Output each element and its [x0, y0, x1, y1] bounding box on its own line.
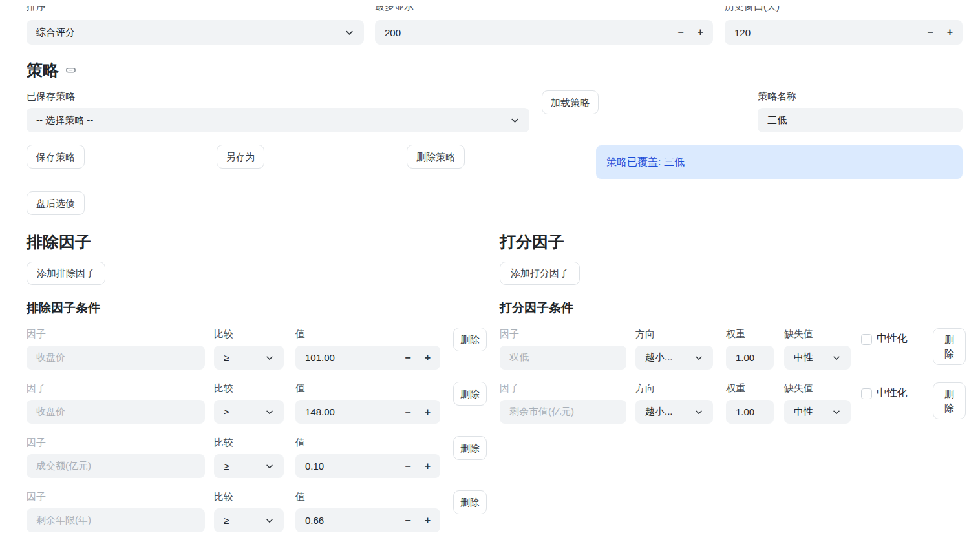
compare-select[interactable]: ≥ [214, 454, 284, 478]
scoring-row: 因子 双低 方向 越小... 权重 1.00 缺失值 中性 中性化 删除 [0, 326, 980, 380]
minus-icon[interactable]: − [405, 516, 410, 526]
factor-label: 因子 [500, 328, 519, 340]
strategy-name-input[interactable]: 三低 [758, 108, 963, 132]
value-input[interactable]: 0.10−+ [295, 454, 440, 478]
link-icon[interactable] [65, 65, 76, 76]
missing-value: 中性 [794, 406, 813, 418]
strategy-notice-text: 策略已覆盖: 三低 [606, 156, 685, 169]
minus-icon[interactable]: − [927, 27, 933, 37]
missing-select[interactable]: 中性 [784, 400, 851, 424]
max-display-input[interactable]: 200 − + [375, 20, 713, 45]
chevron-down-icon [832, 353, 841, 362]
missing-value: 中性 [794, 351, 813, 364]
factor-placeholder: 双低 [509, 351, 529, 364]
value-label: 值 [295, 437, 305, 449]
weight-value: 1.00 [736, 352, 754, 363]
plus-icon[interactable]: + [947, 27, 953, 37]
delete-condition-button[interactable]: 删除 [453, 436, 487, 460]
value-text: 0.66 [305, 515, 324, 526]
strategy-heading: 策略 [27, 59, 76, 81]
strategy-name-label: 策略名称 [758, 90, 796, 103]
weight-value: 1.00 [736, 406, 754, 417]
factor-placeholder: 剩余年限(年) [36, 514, 91, 526]
exclusion-conditions-heading: 排除因子条件 [27, 300, 100, 317]
missing-select[interactable]: 中性 [784, 346, 851, 370]
chevron-down-icon [265, 462, 274, 471]
compare-value: ≥ [224, 515, 229, 526]
compare-select[interactable]: ≥ [214, 508, 284, 532]
direction-value: 越小... [645, 351, 673, 364]
neutralize-checkbox[interactable] [861, 388, 872, 399]
saved-strategy-value: -- 选择策略 -- [36, 114, 93, 127]
direction-label: 方向 [635, 382, 655, 395]
sort-select[interactable]: 综合评分 [27, 20, 364, 45]
direction-select[interactable]: 越小... [635, 346, 713, 370]
direction-value: 越小... [645, 406, 673, 418]
delete-condition-button[interactable]: 删除 [933, 382, 966, 419]
saved-strategy-label: 已保存策略 [27, 90, 75, 103]
plus-icon[interactable]: + [698, 27, 703, 37]
exclusion-row: 因子 剩余年限(年) 比较 ≥ 值 0.66−+ 删除 [0, 489, 980, 542]
chevron-down-icon [510, 116, 520, 125]
compare-label: 比较 [214, 491, 233, 503]
compare-value: ≥ [224, 461, 229, 472]
weight-label: 权重 [726, 382, 745, 395]
missing-label: 缺失值 [784, 328, 813, 340]
neutralize-label: 中性化 [877, 332, 908, 346]
scoring-conditions-heading: 打分因子条件 [500, 300, 573, 317]
factor-input[interactable]: 剩余年限(年) [27, 508, 205, 532]
chevron-down-icon [345, 28, 354, 37]
top-clip-strip [0, 0, 980, 6]
add-exclusion-factor-button[interactable]: 添加排除因子 [27, 262, 105, 285]
weight-input[interactable]: 1.00 [726, 346, 774, 370]
factor-label: 因子 [27, 491, 46, 503]
plus-icon[interactable]: + [425, 461, 431, 472]
direction-label: 方向 [635, 328, 655, 340]
chevron-down-icon [694, 408, 703, 417]
delete-strategy-button[interactable]: 删除策略 [407, 145, 465, 169]
direction-select[interactable]: 越小... [635, 400, 713, 424]
strategy-name-value: 三低 [767, 114, 787, 127]
exclusion-heading: 排除因子 [27, 231, 91, 253]
load-strategy-button[interactable]: 加载策略 [542, 90, 599, 114]
factor-label: 因子 [27, 437, 46, 449]
save-strategy-button[interactable]: 保存策略 [27, 145, 85, 169]
scoring-heading: 打分因子 [500, 231, 564, 253]
delete-condition-button[interactable]: 删除 [453, 490, 487, 514]
value-text: 0.10 [305, 461, 324, 472]
chevron-down-icon [694, 353, 703, 362]
neutralize-label: 中性化 [877, 386, 908, 400]
minus-icon[interactable]: − [677, 27, 683, 37]
max-display-value: 200 [385, 27, 401, 38]
factor-input[interactable]: 成交额(亿元) [27, 454, 205, 478]
factor-placeholder: 剩余市值(亿元) [509, 406, 574, 418]
sort-select-value: 综合评分 [36, 26, 75, 39]
neutralize-checkbox[interactable] [861, 334, 872, 345]
bond-strategy-page: 排序 综合评分 最多显示 200 − + 历史窗口(天) 120 − + 策略 … [0, 0, 980, 542]
chevron-down-icon [265, 516, 274, 525]
save-as-button[interactable]: 另存为 [217, 145, 264, 169]
chevron-down-icon [832, 408, 841, 417]
saved-strategy-select[interactable]: -- 选择策略 -- [27, 108, 529, 132]
delete-condition-button[interactable]: 删除 [933, 328, 966, 365]
strategy-heading-text: 策略 [27, 59, 59, 81]
factor-input[interactable]: 剩余市值(亿元) [500, 400, 626, 424]
plus-icon[interactable]: + [425, 516, 431, 526]
strategy-notice: 策略已覆盖: 三低 [596, 145, 963, 179]
factor-input[interactable]: 双低 [500, 346, 626, 370]
minus-icon[interactable]: − [405, 461, 410, 472]
compare-label: 比较 [214, 437, 233, 449]
exclusion-row: 因子 成交额(亿元) 比较 ≥ 值 0.10−+ 删除 [0, 435, 980, 489]
value-label: 值 [295, 491, 305, 503]
factor-placeholder: 成交额(亿元) [36, 460, 91, 472]
add-scoring-factor-button[interactable]: 添加打分因子 [500, 262, 580, 285]
weight-label: 权重 [726, 328, 745, 340]
scoring-row: 因子 剩余市值(亿元) 方向 越小... 权重 1.00 缺失值 中性 中性化 … [0, 380, 980, 435]
value-input[interactable]: 0.66−+ [295, 508, 440, 532]
missing-label: 缺失值 [784, 382, 813, 395]
factor-label: 因子 [500, 382, 519, 395]
after-hours-select-button[interactable]: 盘后选债 [27, 191, 85, 215]
weight-input[interactable]: 1.00 [726, 400, 774, 424]
history-window-value: 120 [734, 27, 751, 38]
history-window-input[interactable]: 120 − + [725, 20, 963, 45]
